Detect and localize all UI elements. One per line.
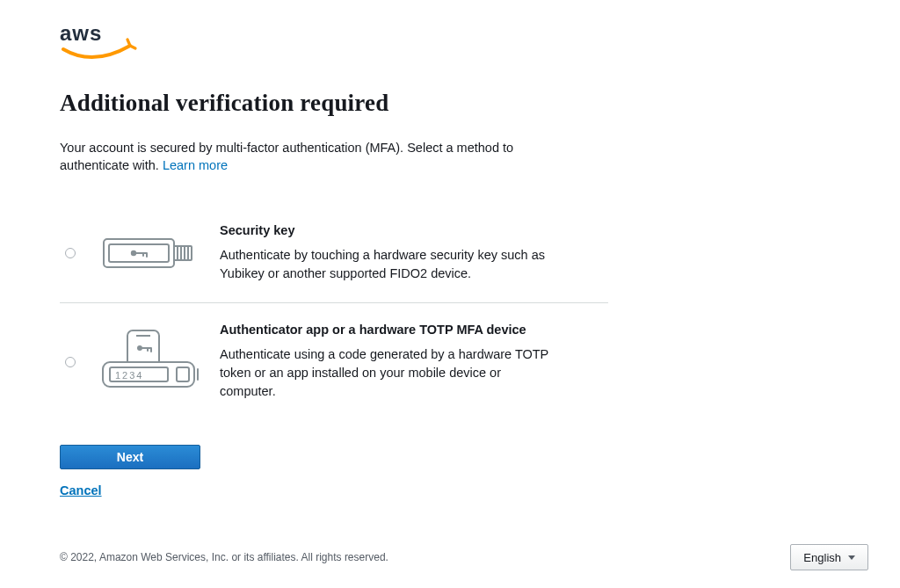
learn-more-link[interactable]: Learn more <box>163 158 228 172</box>
option-title: Authenticator app or a hardware TOTP MFA… <box>220 323 608 337</box>
footer-copyright: © 2022, Amazon Web Services, Inc. or its… <box>60 551 388 563</box>
intro-body: Your account is secured by multi-factor … <box>60 141 513 172</box>
option-description: Authenticate using a code generated by a… <box>220 345 554 401</box>
intro-text: Your account is secured by multi-factor … <box>60 140 580 174</box>
security-key-icon <box>102 232 199 274</box>
radio-authenticator[interactable] <box>65 357 76 367</box>
option-security-key[interactable]: Security key Authenticate by touching a … <box>60 204 608 302</box>
page-title: Additional verification required <box>60 90 580 117</box>
language-selector[interactable]: English <box>790 544 868 570</box>
option-title: Security key <box>220 223 608 237</box>
mfa-options: Security key Authenticate by touching a … <box>60 204 608 420</box>
radio-security-key[interactable] <box>65 248 76 258</box>
svg-text:1234: 1234 <box>115 370 143 381</box>
authenticator-icon: 1234 <box>98 329 203 396</box>
option-description: Authenticate by touching a hardware secu… <box>220 246 554 283</box>
aws-logo: aws <box>60 21 139 65</box>
option-authenticator[interactable]: 1234 Authenticator app or a hardware TOT… <box>60 303 608 420</box>
caret-down-icon <box>848 555 855 560</box>
next-button[interactable]: Next <box>60 445 200 469</box>
language-label: English <box>803 551 841 564</box>
svg-text:aws: aws <box>60 21 102 45</box>
cancel-link[interactable]: Cancel <box>60 483 102 497</box>
